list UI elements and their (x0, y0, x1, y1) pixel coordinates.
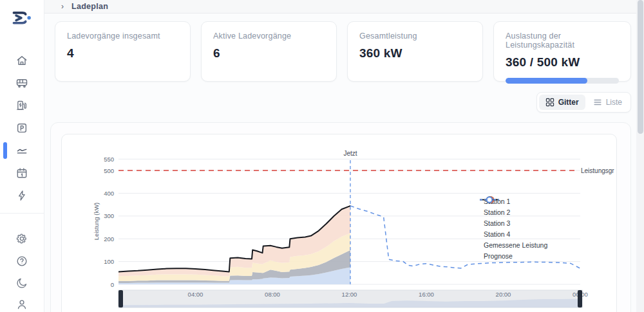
svg-text:08:00: 08:00 (265, 291, 280, 298)
stat-card-capacity-utilization: Auslastung der Leistungskapazität 360 / … (493, 21, 631, 82)
parking-icon (15, 122, 28, 134)
breadcrumb-label[interactable]: Ladeplan (71, 2, 108, 11)
list-icon (593, 98, 602, 107)
time-range-brush[interactable]: 04:0008:0012:0016:0020:0000:00 (118, 290, 588, 307)
svg-text:Leistungsgr: Leistungsgr (581, 167, 614, 174)
scrollbar-thumb[interactable] (638, 0, 643, 134)
sidebar-item-calendar[interactable] (15, 167, 28, 179)
legend-label: Station 2 (484, 208, 510, 216)
stat-card-total-sessions: Ladevorgänge insgesamt 4 (55, 21, 191, 82)
moon-icon (15, 277, 28, 289)
list-view-label: Liste (606, 98, 622, 107)
grid-view-label: Gitter (558, 98, 579, 107)
legend-item-3[interactable]: Station 3 (479, 217, 547, 228)
legend-label: Gemessene Leistung (484, 241, 547, 249)
list-view-button[interactable]: Liste (587, 95, 629, 110)
home-icon (15, 54, 28, 67)
sidebar-item-charging-plan[interactable] (15, 144, 28, 157)
svg-text:100: 100 (104, 258, 114, 265)
svg-text:16:00: 16:00 (419, 291, 434, 298)
bus-icon (15, 77, 28, 89)
svg-text:500: 500 (104, 167, 114, 174)
calendar-icon (15, 167, 28, 179)
lightning-icon (15, 189, 28, 202)
stat-value: 4 (67, 46, 178, 60)
svg-text:400: 400 (104, 190, 114, 197)
view-toggle: Gitter Liste (536, 92, 631, 113)
svg-text:Jetzt: Jetzt (343, 150, 357, 157)
sidebar (0, 0, 44, 312)
stat-value: 360 / 500 kW (506, 55, 619, 69)
stat-value: 360 kW (359, 46, 471, 60)
chart-legend: Station 1Station 2Station 3Station 4Geme… (479, 196, 547, 261)
svg-text:0: 0 (111, 281, 114, 288)
svg-text:200: 200 (104, 235, 114, 243)
sidebar-item-dark-mode[interactable] (15, 277, 28, 289)
stat-card-active-sessions: Aktive Ladevorgänge 6 (201, 21, 337, 82)
svg-text:20:00: 20:00 (496, 291, 511, 298)
sidebar-item-vehicles[interactable] (15, 77, 28, 89)
chevron-right-icon[interactable]: › (61, 2, 64, 11)
legend-label: Prognose (484, 252, 513, 260)
svg-text:12:00: 12:00 (342, 291, 357, 298)
breadcrumb: › Ladeplan (44, 0, 644, 14)
gear-icon (15, 232, 28, 245)
svg-text:Leistung (kW): Leistung (kW) (93, 203, 100, 241)
sidebar-item-parking[interactable] (15, 122, 28, 134)
stat-label: Aktive Ladevorgänge (213, 32, 325, 41)
sidebar-item-charging-stations[interactable] (15, 99, 28, 112)
help-icon (15, 255, 28, 268)
sidebar-divider (0, 213, 44, 214)
stat-card-total-power: Gesamtleistung 360 kW (347, 21, 483, 82)
active-nav-indicator (3, 142, 7, 159)
capacity-progress-fill (506, 78, 587, 84)
legend-item-5[interactable]: Gemessene Leistung (479, 239, 547, 250)
svg-text:300: 300 (104, 212, 114, 219)
series-line-icon (479, 196, 500, 204)
brush-handle-right[interactable] (578, 290, 582, 307)
user-icon (15, 298, 28, 311)
stat-label: Auslastung der Leistungskapazität (506, 32, 619, 50)
capacity-progress-track (506, 78, 619, 84)
legend-label: Station 4 (484, 230, 510, 238)
stat-label: Ladevorgänge insgesamt (67, 32, 178, 41)
legend-item-2[interactable]: Station 2 (479, 206, 547, 217)
ladeplan-dashboard: › Ladeplan Ladevorgänge insgesamt 4 Akti… (0, 0, 644, 312)
legend-label: Station 3 (484, 219, 510, 227)
sidebar-item-energy[interactable] (15, 189, 28, 202)
sidebar-item-help[interactable] (15, 255, 28, 268)
grid-icon (545, 98, 554, 107)
brand-logo[interactable] (9, 8, 33, 27)
svg-text:550: 550 (104, 156, 114, 163)
legend-item-6[interactable]: Prognose (479, 250, 547, 261)
sidebar-item-home[interactable] (15, 54, 28, 67)
charging-station-icon (15, 99, 28, 112)
stat-value: 6 (213, 46, 325, 60)
legend-item-4[interactable]: Station 4 (479, 228, 547, 239)
trend-chart-icon (15, 144, 28, 157)
sidebar-item-profile[interactable] (15, 298, 28, 311)
load-chart-card: 0100200300400500550Leistung (kW)Leistung… (61, 134, 617, 312)
stat-label: Gesamtleistung (359, 32, 471, 41)
brush-handle-left[interactable] (118, 290, 123, 307)
svg-text:04:00: 04:00 (188, 291, 204, 298)
scrollbar-track[interactable] (636, 0, 644, 312)
grid-view-button[interactable]: Gitter (539, 95, 585, 110)
sidebar-item-settings[interactable] (15, 232, 28, 245)
